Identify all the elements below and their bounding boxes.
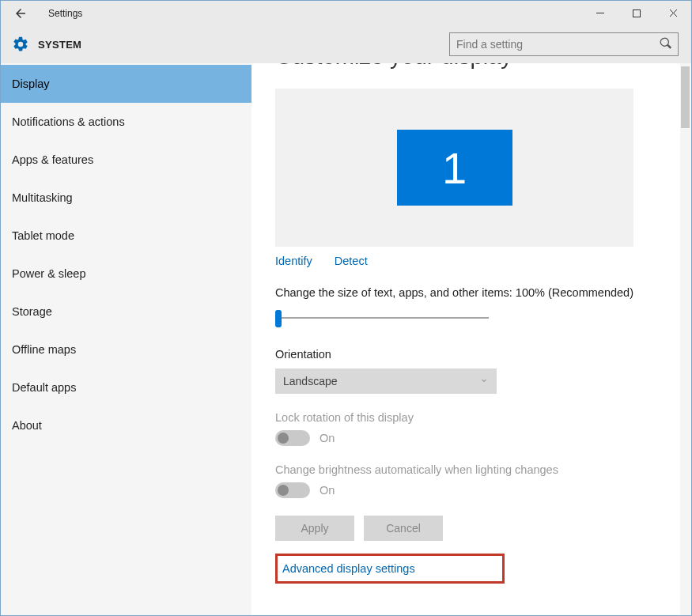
title-bar: Settings: [1, 1, 691, 25]
window-controls: [582, 1, 691, 25]
sidebar-item-label: Offline maps: [12, 343, 76, 356]
sidebar-item-label: Default apps: [12, 381, 76, 394]
brightness-toggle[interactable]: [275, 482, 310, 498]
sidebar: Display Notifications & actions Apps & f…: [1, 63, 251, 615]
header-row: SYSTEM: [1, 25, 691, 63]
search-icon: [660, 37, 671, 52]
orientation-label: Orientation: [275, 348, 667, 361]
sidebar-item-notifications[interactable]: Notifications & actions: [1, 103, 251, 141]
brightness-state: On: [320, 484, 335, 497]
sidebar-item-default-apps[interactable]: Default apps: [1, 368, 251, 406]
scaling-label: Change the size of text, apps, and other…: [275, 286, 667, 299]
orientation-value: Landscape: [283, 375, 338, 387]
scrollbar-thumb[interactable]: [681, 66, 690, 128]
sidebar-item-label: About: [12, 419, 42, 432]
minimize-button[interactable]: [582, 1, 618, 25]
sidebar-item-label: Apps & features: [12, 153, 93, 166]
window-title: Settings: [48, 8, 82, 19]
search-input[interactable]: [456, 38, 654, 51]
brightness-label: Change brightness automatically when lig…: [275, 463, 667, 476]
sidebar-item-label: Power & sleep: [12, 267, 86, 280]
orientation-select[interactable]: Landscape: [275, 368, 497, 394]
scaling-slider[interactable]: [275, 307, 497, 329]
chevron-down-icon: [479, 375, 489, 387]
advanced-display-settings-link[interactable]: Advanced display settings: [282, 562, 415, 575]
cancel-button[interactable]: Cancel: [364, 516, 443, 541]
advanced-highlight-box: Advanced display settings: [275, 554, 505, 584]
maximize-button[interactable]: [618, 1, 655, 25]
sidebar-item-display[interactable]: Display: [1, 65, 251, 103]
slider-thumb[interactable]: [275, 310, 282, 327]
content: Customize your display 1 Identify Detect…: [251, 63, 691, 607]
identify-detect-row: Identify Detect: [275, 255, 667, 267]
sidebar-item-multitasking[interactable]: Multitasking: [1, 179, 251, 217]
close-button[interactable]: [655, 1, 691, 25]
search-box[interactable]: [449, 32, 679, 56]
sidebar-item-storage[interactable]: Storage: [1, 293, 251, 331]
sidebar-item-label: Multitasking: [12, 191, 73, 204]
lock-rotation-toggle-row: On: [275, 430, 667, 446]
toggle-knob: [278, 433, 289, 444]
lock-rotation-state: On: [320, 432, 335, 444]
sidebar-item-tablet-mode[interactable]: Tablet mode: [1, 217, 251, 255]
apply-button[interactable]: Apply: [275, 516, 354, 541]
header-left: SYSTEM: [12, 36, 81, 53]
slider-track: [275, 317, 489, 319]
content-wrap: Customize your display 1 Identify Detect…: [251, 63, 691, 615]
sidebar-item-offline-maps[interactable]: Offline maps: [1, 331, 251, 368]
apply-cancel-row: Apply Cancel: [275, 516, 667, 541]
settings-window: Settings SYSTEM: [0, 0, 692, 616]
scrollbar[interactable]: [680, 63, 690, 615]
sidebar-item-power-sleep[interactable]: Power & sleep: [1, 255, 251, 293]
back-button[interactable]: [12, 5, 29, 22]
display-arrangement-box[interactable]: 1: [275, 89, 633, 247]
sidebar-item-label: Notifications & actions: [12, 115, 125, 128]
lock-rotation-label: Lock rotation of this display: [275, 411, 667, 424]
sidebar-item-apps-features[interactable]: Apps & features: [1, 141, 251, 179]
page-title: SYSTEM: [38, 39, 81, 51]
monitor-tile-1[interactable]: 1: [397, 130, 512, 206]
toggle-knob: [278, 485, 289, 496]
identify-link[interactable]: Identify: [275, 255, 312, 267]
detect-link[interactable]: Detect: [335, 255, 368, 267]
sidebar-item-label: Display: [12, 77, 50, 90]
body: Display Notifications & actions Apps & f…: [1, 63, 691, 615]
monitor-number: 1: [442, 142, 467, 194]
lock-rotation-toggle[interactable]: [275, 430, 310, 446]
sidebar-item-about[interactable]: About: [1, 406, 251, 444]
sidebar-item-label: Storage: [12, 305, 52, 318]
brightness-toggle-row: On: [275, 482, 667, 498]
svg-rect-0: [596, 13, 604, 13]
section-heading: Customize your display: [275, 63, 667, 70]
svg-rect-1: [633, 9, 641, 17]
gear-icon: [12, 36, 29, 53]
sidebar-item-label: Tablet mode: [12, 229, 74, 242]
